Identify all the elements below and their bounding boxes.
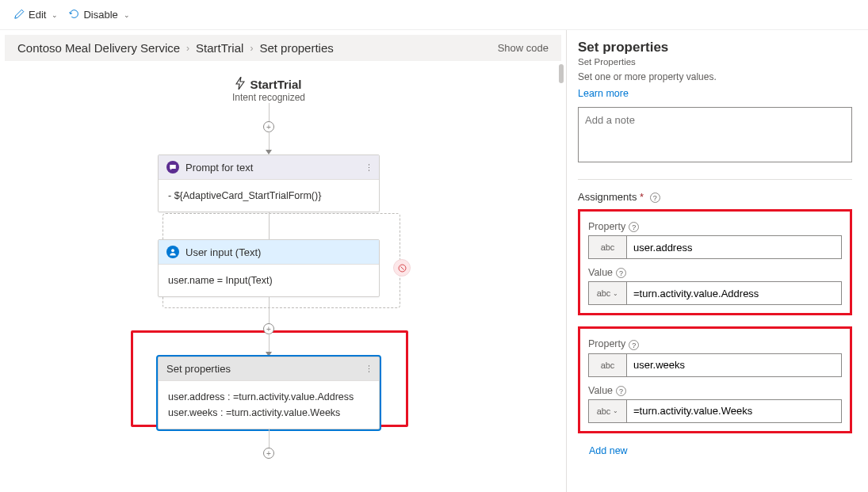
- node-menu-button[interactable]: ⋯: [363, 162, 373, 172]
- canvas-area: Contoso Meal Delivery Service › StartTri…: [0, 30, 567, 492]
- type-prefix-dropdown[interactable]: abc⌄: [589, 400, 627, 422]
- person-icon: [166, 246, 179, 258]
- value-label: Value?: [588, 267, 842, 278]
- setprops-line-1: user.address : =turn.activity.value.Addr…: [168, 389, 369, 405]
- trigger-node[interactable]: StartTrial Intent recognized: [232, 77, 305, 103]
- add-node-button[interactable]: +: [263, 323, 274, 334]
- chevron-right-icon: ›: [250, 43, 253, 54]
- set-properties-node-title: Set properties: [166, 363, 231, 375]
- chevron-right-icon: ›: [186, 43, 189, 54]
- value-label: Value?: [588, 385, 842, 396]
- chevron-down-icon: ⌄: [52, 11, 58, 19]
- user-input-node-title: User input (Text): [185, 246, 261, 258]
- learn-more-link[interactable]: Learn more: [578, 88, 629, 99]
- node-menu-button[interactable]: ⋯: [363, 364, 373, 374]
- help-icon[interactable]: ?: [616, 386, 626, 396]
- property-label: Property?: [588, 221, 842, 232]
- value-input-row-0: abc⌄: [588, 281, 842, 305]
- add-node-button[interactable]: +: [263, 121, 274, 132]
- help-icon[interactable]: ?: [616, 268, 626, 278]
- assignments-label: Assignments * ?: [578, 191, 852, 203]
- svg-point-2: [171, 249, 174, 252]
- help-icon[interactable]: ?: [629, 222, 639, 232]
- property-input-row-0: abc: [588, 235, 842, 259]
- disable-button[interactable]: Disable ⌄: [69, 9, 129, 21]
- property-input-row-1: abc: [588, 353, 842, 377]
- chevron-down-icon: ⌄: [124, 11, 130, 19]
- properties-panel: Set properties Set Properties Set one or…: [567, 30, 868, 492]
- breadcrumb: Contoso Meal Delivery Service › StartTri…: [17, 41, 334, 55]
- set-properties-node[interactable]: Set properties ⋯ user.address : =turn.ac…: [158, 357, 380, 429]
- header-row: Contoso Meal Delivery Service › StartTri…: [5, 35, 561, 61]
- set-properties-node-body: user.address : =turn.activity.value.Addr…: [159, 381, 379, 429]
- flow-canvas[interactable]: StartTrial Intent recognized + Prom: [0, 61, 566, 492]
- user-input-node[interactable]: User input (Text) user.name = Input(Text…: [158, 239, 380, 297]
- property-label: Property?: [588, 338, 842, 349]
- value-input-1[interactable]: [627, 400, 841, 422]
- required-asterisk: *: [640, 191, 644, 203]
- chat-icon: [166, 161, 179, 174]
- panel-description: Set one or more property values.: [578, 71, 852, 82]
- chevron-down-icon: ⌄: [613, 290, 618, 297]
- value-input-row-1: abc⌄: [588, 399, 842, 423]
- panel-subtype: Set Properties: [578, 57, 852, 67]
- edit-label: Edit: [29, 9, 46, 21]
- pencil-icon: [14, 9, 25, 21]
- breadcrumb-item-1[interactable]: StartTrial: [196, 41, 243, 55]
- property-input-0[interactable]: [627, 236, 841, 258]
- prompt-node-body: - ${AdaptiveCard_StartTrialForm()}: [159, 180, 379, 212]
- top-toolbar: Edit ⌄ Disable ⌄: [0, 0, 868, 30]
- breadcrumb-root[interactable]: Contoso Meal Delivery Service: [17, 41, 180, 55]
- disable-label: Disable: [83, 9, 117, 21]
- value-input-0[interactable]: [627, 282, 841, 304]
- add-node-button[interactable]: +: [263, 448, 274, 459]
- property-input-1[interactable]: [627, 354, 841, 376]
- setprops-line-2: user.weeks : =turn.activity.value.Weeks: [168, 405, 369, 421]
- chevron-down-icon: ⌄: [613, 407, 618, 414]
- assignment-block-1: Property? abc Value? abc⌄: [578, 326, 852, 433]
- type-prefix-dropdown[interactable]: abc⌄: [589, 282, 627, 304]
- show-code-button[interactable]: Show code: [498, 42, 549, 54]
- refresh-icon: [69, 9, 79, 21]
- panel-title: Set properties: [578, 40, 852, 55]
- bolt-icon: [235, 77, 245, 92]
- type-prefix[interactable]: abc: [589, 236, 627, 258]
- add-new-link[interactable]: Add new: [589, 445, 628, 456]
- breadcrumb-item-2[interactable]: Set properties: [259, 41, 333, 55]
- user-input-node-body: user.name = Input(Text): [159, 265, 379, 296]
- trigger-subtitle: Intent recognized: [232, 92, 305, 103]
- help-icon[interactable]: ?: [650, 193, 660, 203]
- trigger-title-text: StartTrial: [250, 78, 301, 91]
- note-textarea[interactable]: [578, 107, 852, 162]
- divider: [578, 179, 852, 180]
- prompt-node-title: Prompt for text: [185, 162, 253, 174]
- help-icon[interactable]: ?: [629, 340, 639, 350]
- type-prefix[interactable]: abc: [589, 354, 627, 376]
- assignment-block-0: Property? abc Value? abc⌄: [578, 209, 852, 315]
- prompt-for-text-node[interactable]: Prompt for text ⋯ - ${AdaptiveCard_Start…: [158, 154, 380, 212]
- edit-button[interactable]: Edit ⌄: [14, 9, 58, 21]
